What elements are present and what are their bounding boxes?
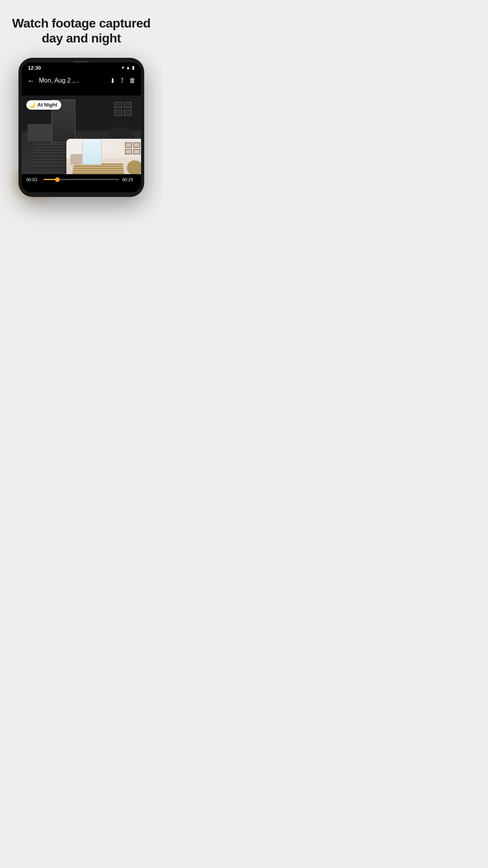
phone-screen: 12:30 ▾ ▲ ▮ ← Mon, Aug 2 ,... ⬇ ⤴ 🗑 <box>22 63 141 192</box>
day-frame-3 <box>125 149 132 154</box>
day-thumbnail[interactable]: 00:03 00:29 <box>66 139 141 174</box>
download-button[interactable]: ⬇ <box>110 77 115 85</box>
progress-thumb[interactable] <box>55 177 60 182</box>
app-header: ← Mon, Aug 2 ,... ⬇ ⤴ 🗑 <box>22 72 141 89</box>
frame-2 <box>124 102 132 108</box>
wall-frames <box>114 102 132 116</box>
phone-shell: 12:30 ▾ ▲ ▮ ← Mon, Aug 2 ,... ⬇ ⤴ 🗑 <box>18 58 144 197</box>
progress-row: 00:03 00:29 <box>26 177 136 182</box>
video-controls: 00:03 00:29 <box>22 174 141 186</box>
day-window <box>82 139 102 165</box>
day-wall-frames <box>125 142 140 154</box>
day-frame-1 <box>125 142 132 148</box>
day-frame-2 <box>133 142 140 148</box>
status-time: 12:30 <box>28 65 41 71</box>
moon-icon: 🌙 <box>29 102 35 108</box>
status-bar: 12:30 ▾ ▲ ▮ <box>22 63 141 72</box>
frame-3 <box>114 110 122 116</box>
frame-1 <box>114 102 122 108</box>
signal-icon: ▲ <box>126 65 130 70</box>
progress-track[interactable] <box>44 179 119 180</box>
status-icons: ▾ ▲ ▮ <box>122 65 135 70</box>
at-night-label: At Night <box>37 102 57 108</box>
battery-icon: ▮ <box>132 65 135 70</box>
phone-bottom-bar <box>22 186 141 192</box>
phone-mockup: 12:30 ▾ ▲ ▮ ← Mon, Aug 2 ,... ⬇ ⤴ 🗑 <box>18 58 144 197</box>
hero-title: Watch footage captured day and night <box>0 0 163 54</box>
time-total: 00:29 <box>122 177 136 182</box>
day-table <box>127 160 141 174</box>
wifi-icon: ▾ <box>122 65 124 70</box>
header-actions: ⬇ ⤴ 🗑 <box>110 77 136 85</box>
day-frame-4 <box>133 149 140 154</box>
day-rug <box>72 164 125 174</box>
video-area[interactable]: 🌙 At Night <box>22 89 141 186</box>
time-current: 00:03 <box>26 177 40 182</box>
at-night-badge: 🌙 At Night <box>26 100 61 110</box>
back-button[interactable]: ← <box>27 76 35 85</box>
share-button[interactable]: ⤴ <box>121 77 124 84</box>
frame-4 <box>124 110 132 116</box>
delete-button[interactable]: 🗑 <box>129 77 136 84</box>
night-vision-video[interactable]: 🌙 At Night <box>22 96 141 174</box>
day-room-preview <box>66 139 141 174</box>
video-title: Mon, Aug 2 ,... <box>39 77 106 84</box>
